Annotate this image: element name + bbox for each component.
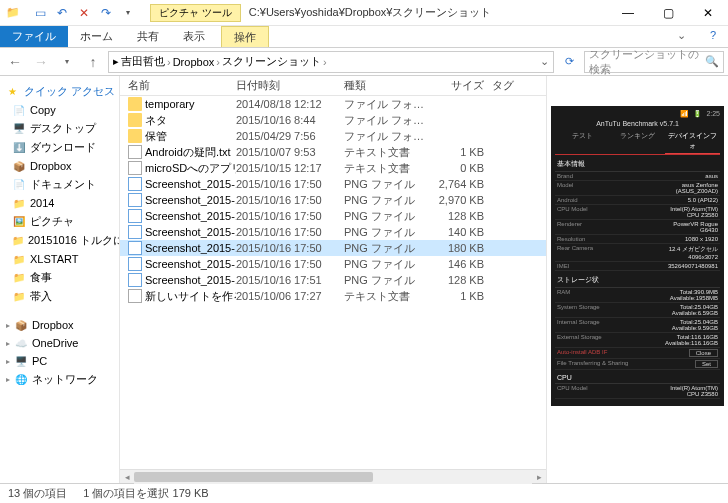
- ribbon-expand-icon[interactable]: ⌄: [665, 26, 698, 47]
- file-row[interactable]: microSDへのアプリ移... 2015/10/15 12:17 テキスト文書…: [120, 160, 546, 176]
- sidebar-item[interactable]: ⬇️ダウンロード: [0, 138, 119, 157]
- col-date[interactable]: 日付時刻: [236, 78, 344, 93]
- sidebar-root-item[interactable]: ▸📦Dropbox: [0, 316, 119, 334]
- file-row[interactable]: 新しいサイトを作る準... 2015/10/06 17:27 テキスト文書 1 …: [120, 288, 546, 304]
- file-view: 名前 日付時刻 種類 サイズ タグ temporary 2014/08/18 1…: [120, 76, 546, 483]
- preview-tabs: テスト ランキング デバイスインフォ: [555, 129, 720, 155]
- maximize-button[interactable]: ▢: [648, 0, 688, 26]
- scroll-right-icon[interactable]: ▸: [532, 470, 546, 484]
- file-row[interactable]: Screenshot_2015-10... 2015/10/16 17:51 P…: [120, 272, 546, 288]
- quick-access-toolbar: ▭ ↶ ✕ ↷ ▾: [26, 3, 142, 23]
- file-row[interactable]: Screenshot_2015-10... 2015/10/16 17:50 P…: [120, 208, 546, 224]
- contextual-tab-label: ピクチャ ツール: [150, 4, 241, 22]
- ribbon-tabs: ファイル ホーム 共有 表示 操作 ⌄ ?: [0, 26, 728, 48]
- scroll-thumb[interactable]: [134, 472, 373, 482]
- sidebar-root-item[interactable]: ▸☁️OneDrive: [0, 334, 119, 352]
- tab-home[interactable]: ホーム: [68, 26, 125, 47]
- sidebar-icon: 🌐: [14, 373, 28, 387]
- file-row[interactable]: Screenshot_2015-10... 2015/10/16 17:50 P…: [120, 176, 546, 192]
- png-icon: [128, 225, 142, 239]
- breadcrumb-seg-2[interactable]: スクリーンショット: [222, 54, 321, 69]
- col-name[interactable]: 名前: [128, 78, 236, 93]
- preview-info-row: Brandasus: [555, 172, 720, 181]
- qat-undo-icon[interactable]: ↶: [52, 3, 72, 23]
- file-date: 2015/10/16 8:44: [236, 114, 344, 126]
- file-row[interactable]: 保管 2015/04/29 7:56 ファイル フォルダー: [120, 128, 546, 144]
- status-bar: 13 個の項目 1 個の項目を選択 179 KB: [0, 483, 728, 503]
- txt-icon: [128, 161, 142, 175]
- breadcrumb-dropdown-icon[interactable]: ⌄: [540, 55, 549, 68]
- file-row[interactable]: Screenshot_2015-10... 2015/10/16 17:50 P…: [120, 192, 546, 208]
- sidebar-icon: 🖼️: [12, 215, 26, 229]
- nav-forward-button[interactable]: →: [30, 51, 52, 73]
- qat-delete-icon[interactable]: ✕: [74, 3, 94, 23]
- sidebar-item[interactable]: 📄Copy: [0, 101, 119, 119]
- preview-image: 📶 🔋 2:25 AnTuTu Benchmark v5.7.1 テスト ランキ…: [551, 106, 724, 406]
- sidebar-item[interactable]: 🖥️デスクトップ: [0, 119, 119, 138]
- column-headers: 名前 日付時刻 種類 サイズ タグ: [120, 76, 546, 96]
- sidebar-item-label: 2014: [30, 197, 54, 209]
- scroll-track[interactable]: [134, 470, 532, 484]
- sidebar-item[interactable]: 📄ドキュメント: [0, 175, 119, 194]
- sidebar-quick-access[interactable]: ★ クイック アクセス: [0, 82, 119, 101]
- sidebar-item[interactable]: 📁XLSTART: [0, 250, 119, 268]
- file-row[interactable]: Screenshot_2015-10... 2015/10/16 17:50 P…: [120, 256, 546, 272]
- breadcrumb-bar[interactable]: ▸ 吉田哲也 › Dropbox › スクリーンショット › ⌄: [108, 51, 554, 73]
- qat-redo-icon[interactable]: ↷: [96, 3, 116, 23]
- sidebar-item[interactable]: 🖼️ピクチャ: [0, 212, 119, 231]
- search-input[interactable]: スクリーンショットの検索 🔍: [584, 51, 724, 73]
- sidebar-icon: 📦: [14, 318, 28, 332]
- sidebar-item[interactable]: 📁帯入: [0, 287, 119, 306]
- png-icon: [128, 241, 142, 255]
- file-date: 2015/10/16 17:50: [236, 258, 344, 270]
- file-name: 保管: [145, 129, 167, 144]
- sidebar-item-label: Copy: [30, 104, 56, 116]
- file-row[interactable]: Screenshot_2015-10... 2015/10/16 17:50 P…: [120, 240, 546, 256]
- nav-back-button[interactable]: ←: [4, 51, 26, 73]
- sidebar-icon: 📄: [12, 178, 26, 192]
- file-name: Androidの疑問.txt: [145, 145, 231, 160]
- scroll-left-icon[interactable]: ◂: [120, 470, 134, 484]
- file-row[interactable]: temporary 2014/08/18 12:12 ファイル フォルダー: [120, 96, 546, 112]
- preview-statusbar: 📶 🔋 2:25: [555, 110, 720, 118]
- tab-view[interactable]: 表示: [171, 26, 217, 47]
- folder-icon: [128, 113, 142, 127]
- sidebar-item[interactable]: 📁20151016 トルクによる: [0, 231, 119, 250]
- minimize-button[interactable]: —: [608, 0, 648, 26]
- sidebar-item[interactable]: 📦Dropbox: [0, 157, 119, 175]
- sidebar-icon: 📁: [12, 196, 26, 210]
- col-size[interactable]: サイズ: [432, 78, 492, 93]
- refresh-button[interactable]: ⟳: [558, 51, 580, 73]
- col-type[interactable]: 種類: [344, 78, 432, 93]
- qat-properties-icon[interactable]: ▭: [30, 3, 50, 23]
- breadcrumb-seg-1[interactable]: Dropbox: [173, 56, 215, 68]
- breadcrumb-seg-0[interactable]: 吉田哲也: [121, 54, 165, 69]
- sidebar-item[interactable]: 📁食事: [0, 268, 119, 287]
- file-list[interactable]: temporary 2014/08/18 12:12 ファイル フォルダー ネタ…: [120, 96, 546, 469]
- sidebar-item-label: ドキュメント: [30, 177, 96, 192]
- preview-adb-row: Auto-install ADB IF Close: [555, 348, 720, 359]
- qat-dropdown-icon[interactable]: ▾: [118, 3, 138, 23]
- file-row[interactable]: Androidの疑問.txt 2015/10/07 9:53 テキスト文書 1 …: [120, 144, 546, 160]
- file-row[interactable]: Screenshot_2015-10... 2015/10/16 17:50 P…: [120, 224, 546, 240]
- sidebar-root-item[interactable]: ▸🖥️PC: [0, 352, 119, 370]
- png-icon: [128, 177, 142, 191]
- sidebar-item[interactable]: 📁2014: [0, 194, 119, 212]
- battery-icon: 🔋: [693, 110, 702, 118]
- breadcrumb-root-icon[interactable]: ▸: [113, 55, 119, 68]
- nav-up-button[interactable]: ↑: [82, 51, 104, 73]
- tab-file[interactable]: ファイル: [0, 26, 68, 47]
- status-item-count: 13 個の項目: [8, 486, 67, 501]
- horizontal-scrollbar[interactable]: ◂ ▸: [120, 469, 546, 483]
- nav-history-dropdown[interactable]: ▾: [56, 51, 78, 73]
- file-row[interactable]: ネタ 2015/10/16 8:44 ファイル フォルダー: [120, 112, 546, 128]
- sidebar-root-item[interactable]: ▸🌐ネットワーク: [0, 370, 119, 389]
- close-button[interactable]: ✕: [688, 0, 728, 26]
- file-date: 2015/10/16 17:50: [236, 178, 344, 190]
- tab-manage[interactable]: 操作: [221, 26, 269, 47]
- navigation-pane: ★ クイック アクセス 📄Copy🖥️デスクトップ⬇️ダウンロード📦Dropbo…: [0, 76, 120, 483]
- file-date: 2015/10/16 17:51: [236, 274, 344, 286]
- tab-share[interactable]: 共有: [125, 26, 171, 47]
- help-icon[interactable]: ?: [698, 26, 728, 47]
- col-tag[interactable]: タグ: [492, 78, 532, 93]
